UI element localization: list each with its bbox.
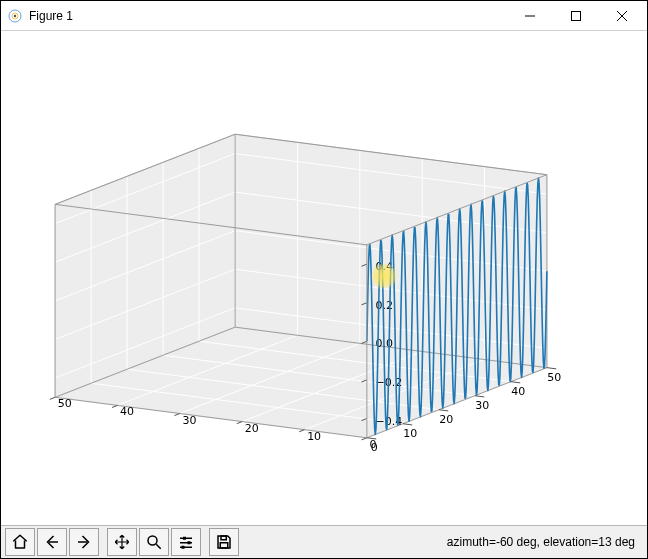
home-button[interactable] — [5, 528, 35, 556]
axis-tick-label: 40 — [120, 405, 134, 418]
svg-point-2 — [14, 14, 16, 16]
axis-tick-label: 50 — [58, 397, 72, 410]
configure-subplots-button[interactable] — [171, 528, 201, 556]
minimize-button[interactable] — [507, 2, 553, 30]
axis-tick-label: 30 — [182, 414, 196, 427]
axis-tick-label: 20 — [439, 413, 453, 426]
svg-rect-14 — [188, 541, 191, 544]
plot-canvas[interactable]: 0102030405001020304050−0.4−0.20.00.20.4 — [1, 31, 647, 525]
matplotlib-toolbar: azimuth=-60 deg, elevation=13 deg — [1, 525, 647, 558]
window-title: Figure 1 — [29, 9, 73, 23]
svg-rect-18 — [220, 543, 228, 548]
save-button[interactable] — [209, 528, 239, 556]
svg-rect-4 — [572, 11, 581, 20]
axis-tick-label: 40 — [511, 385, 525, 398]
axis-tick-label: 20 — [245, 422, 259, 435]
back-button[interactable] — [37, 528, 67, 556]
svg-line-10 — [156, 544, 161, 549]
axis-tick-label: 10 — [403, 427, 417, 440]
axis-tick-label: 30 — [475, 399, 489, 412]
view-status-text: azimuth=-60 deg, elevation=13 deg — [447, 535, 643, 549]
zoom-button[interactable] — [139, 528, 169, 556]
pan-button[interactable] — [107, 528, 137, 556]
forward-button[interactable] — [69, 528, 99, 556]
close-button[interactable] — [599, 2, 645, 30]
svg-rect-17 — [221, 536, 226, 540]
svg-point-9 — [148, 536, 157, 545]
app-icon — [7, 8, 23, 24]
maximize-button[interactable] — [553, 2, 599, 30]
axis-tick-label: 50 — [547, 371, 561, 384]
window-titlebar: Figure 1 — [1, 1, 647, 31]
axis-tick-label: 0 — [369, 438, 376, 451]
axis-tick-label: 10 — [307, 430, 321, 443]
svg-rect-16 — [182, 546, 185, 549]
svg-rect-12 — [183, 537, 186, 540]
